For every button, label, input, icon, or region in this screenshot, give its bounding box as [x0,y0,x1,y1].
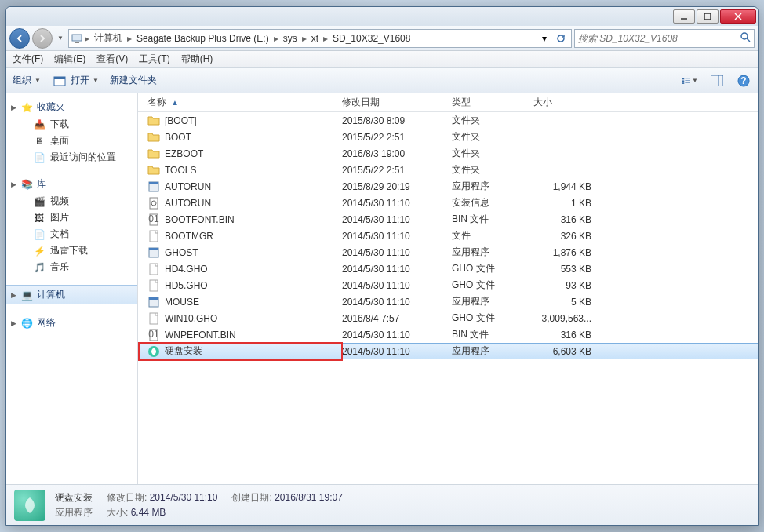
svg-rect-11 [685,78,690,78]
file-row[interactable]: 01WNPEFONT.BIN2014/5/30 11:10BIN 文件316 K… [138,326,758,343]
view-options-button[interactable]: ▼ [682,73,698,89]
recent-icon: 📄 [33,151,45,164]
svg-rect-16 [711,75,723,86]
sidebar-favorites[interactable]: ▶⭐收藏夹 [6,98,137,116]
breadcrumb-segment[interactable]: 计算机 [91,30,126,47]
organize-button[interactable]: 组织▼ [13,74,41,87]
sidebar-computer[interactable]: ▶💻计算机 [6,285,137,304]
minimize-button[interactable] [673,9,695,24]
col-size-header[interactable]: 大小 [533,96,604,109]
breadcrumb[interactable]: ▸ 计算机 ▸ Seagate Backup Plus Drive (E:) ▸… [68,29,572,48]
file-row[interactable]: AUTORUN2014/5/30 11:10安装信息1 KB [138,195,758,211]
col-type-header[interactable]: 类型 [452,96,533,109]
menu-bar: 文件(F) 编辑(E) 查看(V) 工具(T) 帮助(H) [6,51,758,68]
file-row[interactable]: BOOT2015/5/22 2:51文件夹 [138,129,758,145]
chevron-right-icon[interactable]: ▸ [272,33,280,44]
breadcrumb-segment[interactable]: Seagate Backup Plus Drive (E:) [133,30,272,47]
svg-text:?: ? [740,75,746,86]
network-icon: 🌐 [20,317,33,330]
help-button[interactable]: ? [736,73,751,89]
svg-rect-1 [704,13,711,20]
maximize-button[interactable] [697,9,719,24]
sidebar-network[interactable]: ▶🌐网络 [6,314,137,332]
address-bar: ▼ ▸ 计算机 ▸ Seagate Backup Plus Drive (E:)… [6,26,758,51]
file-row[interactable]: GHOST2014/5/30 11:10应用程序1,876 KB [138,244,758,261]
video-icon: 🎬 [33,195,45,208]
file-date: 2014/5/30 11:10 [342,198,452,209]
install-icon [147,345,160,358]
search-box[interactable] [574,29,755,48]
sidebar-item-downloads[interactable]: 📥下载 [6,116,137,133]
bin-icon: 01 [147,329,160,341]
file-date: 2015/5/22 2:51 [342,165,452,176]
file-row[interactable]: HD5.GHO2014/5/30 11:10GHO 文件93 KB [138,277,758,293]
thunder-icon: ⚡ [33,245,45,257]
file-size: 553 KB [533,264,604,275]
sidebar-item-pictures[interactable]: 🖼图片 [6,210,137,226]
file-row[interactable]: 硬盘安装2014/5/30 11:10应用程序6,603 KB [138,343,758,359]
open-icon [52,73,67,89]
col-name-header[interactable]: 名称 [147,96,166,109]
svg-rect-30 [150,280,158,291]
chevron-right-icon[interactable]: ▸ [300,33,308,44]
file-date: 2015/8/30 8:09 [342,115,452,126]
breadcrumb-segment[interactable]: SD_10X32_V1608 [329,30,413,47]
sidebar-item-videos[interactable]: 🎬视频 [6,193,137,210]
file-type: 文件夹 [452,163,533,177]
close-button[interactable] [720,9,756,24]
menu-view[interactable]: 查看(V) [96,53,128,66]
file-type: 应用程序 [452,295,533,308]
svg-rect-5 [75,42,79,43]
history-dropdown-icon[interactable]: ▼ [55,35,66,42]
file-row[interactable]: TOOLS2015/5/22 2:51文件夹 [138,162,758,178]
menu-file[interactable]: 文件(F) [13,53,43,66]
file-size: 1,876 KB [533,247,604,258]
file-row[interactable]: 01BOOTFONT.BIN2014/5/30 11:10BIN 文件316 K… [138,211,758,228]
open-button[interactable]: 打开▼ [52,73,99,89]
new-folder-button[interactable]: 新建文件夹 [110,74,157,87]
svg-rect-14 [682,82,684,84]
column-headers[interactable]: 名称▲ 修改日期 类型 大小 [138,93,758,112]
svg-rect-26 [150,231,158,242]
sidebar-item-documents[interactable]: 📄文档 [6,226,137,242]
refresh-button[interactable] [551,30,569,47]
menu-help[interactable]: 帮助(H) [181,53,213,66]
file-date: 2014/5/30 11:10 [342,247,452,258]
sidebar-item-recent[interactable]: 📄最近访问的位置 [6,149,137,166]
titlebar[interactable] [6,7,758,26]
sidebar-item-music[interactable]: 🎵音乐 [6,259,137,275]
sidebar-item-thunder[interactable]: ⚡迅雷下载 [6,242,137,259]
sidebar-libraries[interactable]: ▶📚库 [6,175,137,193]
svg-rect-12 [682,80,684,82]
svg-rect-29 [150,264,158,275]
file-row[interactable]: AUTORUN2015/8/29 20:19应用程序1,944 KB [138,178,758,195]
back-button[interactable] [9,28,30,49]
chevron-right-icon[interactable]: ▸ [126,33,133,44]
file-row[interactable]: MOUSE2014/5/30 11:10应用程序5 KB [138,293,758,310]
breadcrumb-segment[interactable]: sys [280,30,300,47]
document-icon: 📄 [33,228,45,241]
search-icon[interactable] [740,31,751,45]
toolbar: 组织▼ 打开▼ 新建文件夹 ▼ ? [6,68,758,93]
file-row[interactable]: BOOTMGR2014/5/30 11:10文件326 KB [138,228,758,244]
breadcrumb-segment[interactable]: xt [308,30,322,47]
file-row[interactable]: HD4.GHO2014/5/30 11:10GHO 文件553 KB [138,261,758,277]
chevron-right-icon[interactable]: ▸ [83,33,91,44]
file-row[interactable]: WIN10.GHO2016/8/4 7:57GHO 文件3,009,563... [138,310,758,326]
file-date: 2014/5/30 11:10 [342,346,452,357]
menu-edit[interactable]: 编辑(E) [54,53,85,66]
chevron-right-icon[interactable]: ▸ [322,33,329,44]
file-row[interactable]: EZBOOT2016/8/3 19:00文件夹 [138,145,758,162]
folder-icon [147,164,160,177]
search-input[interactable] [578,33,740,44]
preview-pane-button[interactable] [709,73,725,89]
svg-rect-10 [682,78,684,79]
file-name: GHOST [165,247,198,258]
file-row[interactable]: [BOOT]2015/8/30 8:09文件夹 [138,112,758,129]
menu-tools[interactable]: 工具(T) [139,53,169,66]
sidebar-item-desktop[interactable]: 🖥桌面 [6,133,137,149]
app-icon [147,246,160,259]
breadcrumb-dropdown[interactable]: ▾ [537,30,551,47]
forward-button[interactable] [32,28,53,49]
col-date-header[interactable]: 修改日期 [342,96,452,109]
